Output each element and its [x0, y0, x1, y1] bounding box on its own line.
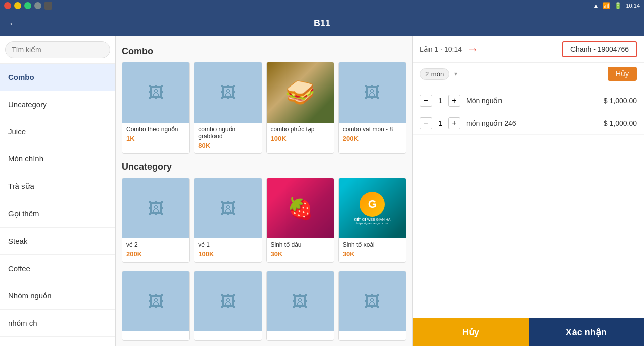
- customer-box: Chanh - 19004766: [562, 41, 637, 57]
- product-info-p10: [194, 331, 261, 340]
- dot-red: [4, 2, 11, 9]
- product-name-p4: combo vat món - 8: [343, 126, 402, 133]
- system-bar-left: [4, 2, 52, 10]
- product-name-p8: Sinh tố xoài: [343, 241, 402, 248]
- order-item-i1: − 1 + Món nguồn $ 1,000.00: [413, 90, 644, 112]
- product-grid-uncategory: 🖼 vé 2 200K 🖼 vé 1 100K 🍓 Sinh tố dâu 30…: [122, 178, 406, 263]
- product-img-p3: 🥪: [267, 62, 334, 123]
- product-card-p8[interactable]: G KẾT KẾ WEB GIAN HA https://gianhangvn.…: [338, 178, 406, 263]
- dot-green: [24, 2, 31, 9]
- product-info-p8: Sinh tố xoài 30K: [339, 238, 406, 262]
- sidebar-item-nhom-nguon[interactable]: Nhóm nguồn: [0, 282, 115, 310]
- product-price-p6: 100K: [198, 250, 257, 258]
- dot-dark: [44, 2, 52, 10]
- search-input[interactable]: [5, 41, 110, 58]
- order-header: Lần 1 · 10:14 → Chanh - 19004766: [413, 36, 644, 63]
- product-grid-combo: 🖼 Combo theo nguồn 1K 🖼 combo nguồn grab…: [122, 62, 406, 154]
- huy-button[interactable]: Hủy: [413, 318, 529, 346]
- qty-plus-i2[interactable]: +: [448, 117, 460, 129]
- product-card-p5[interactable]: 🖼 vé 2 200K: [122, 178, 190, 263]
- product-card-p1[interactable]: 🖼 Combo theo nguồn 1K: [122, 62, 190, 154]
- product-name-p1: Combo theo nguồn: [126, 126, 185, 133]
- product-card-p6[interactable]: 🖼 vé 1 100K: [194, 178, 262, 263]
- search-box: [0, 36, 115, 64]
- product-grid-more: 🖼 🖼 🖼 🖼: [122, 271, 406, 341]
- sidebar-item-nhom-tp[interactable]: nhóm tp: [0, 337, 115, 346]
- product-card-p9[interactable]: 🖼: [122, 271, 190, 341]
- wifi-icon: ▲: [593, 2, 599, 9]
- order-items: − 1 + Món nguồn $ 1,000.00 − 1 + món ngu…: [413, 85, 644, 318]
- order-item-i2: − 1 + món nguồn 246 $ 1,000.00: [413, 112, 644, 135]
- content-area: Combo 🖼 Combo theo nguồn 1K 🖼 combo nguồ…: [116, 36, 412, 346]
- sidebar-item-nhom-ch[interactable]: nhóm ch: [0, 310, 115, 337]
- qty-plus-i1[interactable]: +: [448, 95, 460, 107]
- product-price-p4: 200K: [343, 135, 402, 142]
- placeholder-icon: 🖼: [292, 292, 308, 311]
- mon-badge[interactable]: 2 món: [420, 68, 449, 80]
- system-time: 10:14: [626, 3, 640, 9]
- right-panel: Lần 1 · 10:14 → Chanh - 19004766 2 món ▾…: [412, 36, 644, 346]
- app-title: B11: [314, 18, 330, 29]
- placeholder-icon: 🖼: [364, 292, 380, 311]
- qty-minus-i2[interactable]: −: [420, 117, 432, 129]
- bottom-bar: Hủy Xác nhận: [413, 318, 644, 346]
- product-img-p8: G KẾT KẾ WEB GIAN HA https://gianhangvn.…: [339, 178, 406, 238]
- product-price-p7: 30K: [271, 250, 330, 258]
- sidebar-item-goi-them[interactable]: Gọi thêm: [0, 200, 115, 228]
- section-title-combo: Combo: [122, 46, 406, 57]
- qty-num-i1: 1: [435, 97, 445, 105]
- product-info-p11: [267, 331, 334, 340]
- product-price-p1: 1K: [126, 135, 185, 142]
- qty-num-i2: 1: [435, 119, 445, 127]
- product-img-p7: 🍓: [267, 178, 334, 238]
- product-name-p2: combo nguồn grabfood: [198, 126, 257, 140]
- sidebar-item-combo[interactable]: Combo: [0, 64, 115, 91]
- sidebar-item-juice[interactable]: Juice: [0, 118, 115, 145]
- product-info-p3: combo phức tạp 100K: [267, 123, 334, 146]
- category-list: ComboUncategoryJuiceMón chínhTrà sữaGọi …: [0, 64, 115, 346]
- product-info-p7: Sinh tố dâu 30K: [267, 238, 334, 262]
- product-price-p3: 100K: [271, 135, 330, 142]
- sidebar-item-tra-sua[interactable]: Trà sữa: [0, 172, 115, 200]
- cancel-small-button[interactable]: Hủy: [608, 67, 637, 81]
- system-bar-right: ▲ 📶 🔋 10:14: [593, 2, 640, 9]
- order-actions: 2 món ▾ Hủy: [413, 63, 644, 85]
- placeholder-icon: 🖼: [220, 83, 236, 102]
- main-layout: ComboUncategoryJuiceMón chínhTrà sữaGọi …: [0, 36, 644, 346]
- product-card-p12[interactable]: 🖼: [338, 271, 406, 341]
- product-img-p4: 🖼: [339, 62, 406, 123]
- product-img-p5: 🖼: [122, 178, 189, 238]
- product-name-p3: combo phức tạp: [271, 126, 330, 133]
- product-card-p10[interactable]: 🖼: [194, 271, 262, 341]
- product-card-p3[interactable]: 🥪 combo phức tạp 100K: [266, 62, 334, 154]
- signal-icon: 📶: [603, 2, 610, 9]
- item-price-i2: $ 1,000.00: [604, 119, 637, 127]
- product-info-p1: Combo theo nguồn 1K: [122, 123, 189, 146]
- battery-icon: 🔋: [614, 2, 622, 9]
- product-price-p5: 200K: [126, 250, 185, 258]
- product-img-p1: 🖼: [122, 62, 189, 123]
- qty-minus-i1[interactable]: −: [420, 95, 432, 107]
- sidebar-item-mon-chinh[interactable]: Món chính: [0, 145, 115, 172]
- product-card-p7[interactable]: 🍓 Sinh tố dâu 30K: [266, 178, 334, 263]
- product-card-p11[interactable]: 🖼: [266, 271, 334, 341]
- sidebar: ComboUncategoryJuiceMón chínhTrà sữaGọi …: [0, 36, 116, 346]
- product-price-p8: 30K: [343, 250, 402, 258]
- product-card-p2[interactable]: 🖼 combo nguồn grabfood 80K: [194, 62, 262, 154]
- product-card-p4[interactable]: 🖼 combo vat món - 8 200K: [338, 62, 406, 154]
- sidebar-item-coffee[interactable]: Coffee: [0, 255, 115, 282]
- xacnhan-button[interactable]: Xác nhận: [529, 318, 645, 346]
- product-info-p2: combo nguồn grabfood 80K: [194, 123, 261, 153]
- product-price-p2: 80K: [198, 142, 257, 149]
- sidebar-item-steak[interactable]: Steak: [0, 228, 115, 255]
- qty-control-i1: − 1 +: [420, 95, 460, 107]
- sidebar-item-uncategory[interactable]: Uncategory: [0, 91, 115, 118]
- placeholder-icon: 🖼: [364, 83, 380, 102]
- placeholder-icon: 🖼: [220, 292, 236, 311]
- placeholder-icon: 🖼: [148, 83, 164, 102]
- product-img-p9: 🖼: [122, 271, 189, 331]
- product-info-p5: vé 2 200K: [122, 238, 189, 262]
- back-button[interactable]: ←: [8, 18, 18, 29]
- product-info-p6: vé 1 100K: [194, 238, 261, 262]
- item-name-i2: món nguồn 246: [466, 119, 604, 127]
